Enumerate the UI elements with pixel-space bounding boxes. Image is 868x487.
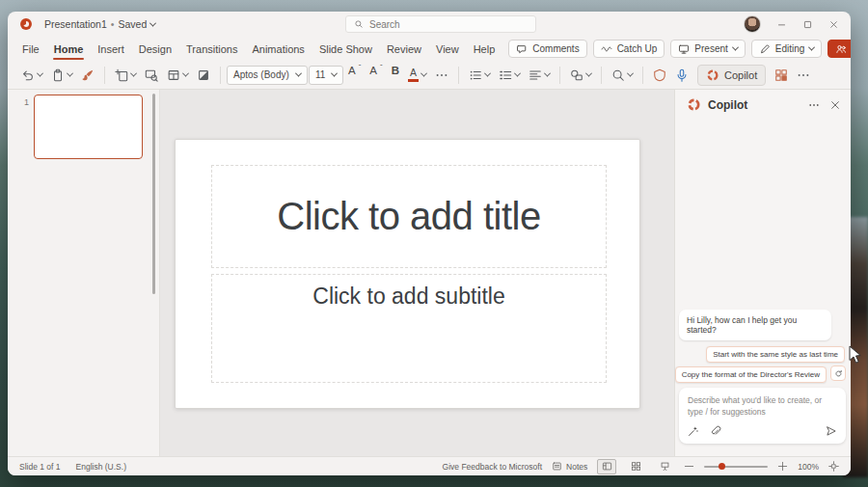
catch-up-button[interactable]: Catch Up xyxy=(593,40,665,58)
language-button[interactable]: English (U.S.) xyxy=(76,462,126,472)
present-icon xyxy=(678,43,690,55)
send-icon[interactable] xyxy=(826,425,837,437)
clipboard-icon xyxy=(51,68,65,82)
copilot-header: Copilot xyxy=(675,90,851,112)
fit-slide-button[interactable] xyxy=(828,461,839,472)
tab-home[interactable]: Home xyxy=(53,41,85,58)
present-button[interactable]: Present xyxy=(670,40,745,58)
saved-status: Saved xyxy=(118,18,147,30)
title-placeholder[interactable]: Click to add title xyxy=(211,165,607,268)
format-painter-button[interactable] xyxy=(77,65,98,86)
main-area: 1 Click to add title Click to add subtit… xyxy=(8,90,851,456)
numbering-button[interactable] xyxy=(495,65,524,86)
reuse-slides-icon xyxy=(145,68,158,82)
tab-insert[interactable]: Insert xyxy=(96,41,125,58)
bullets-button[interactable] xyxy=(465,65,494,86)
maximize-button[interactable] xyxy=(802,19,813,30)
normal-view-button[interactable] xyxy=(597,459,616,474)
designer-button[interactable] xyxy=(771,65,792,86)
paperclip-icon[interactable] xyxy=(710,425,721,437)
editing-mode-button[interactable]: Editing xyxy=(751,40,823,58)
bold-button[interactable]: B xyxy=(388,65,403,86)
tab-transitions[interactable]: Transitions xyxy=(185,41,238,58)
editor-canvas: Click to add title Click to add subtitle xyxy=(160,90,674,456)
shape-fill-button[interactable] xyxy=(193,65,214,86)
sensitivity-shield-icon xyxy=(653,68,666,82)
slide-thumbnail-panel: 1 xyxy=(8,90,160,456)
caret-down-icon: ˇ xyxy=(380,63,383,71)
tab-design[interactable]: Design xyxy=(138,41,173,58)
more-options-icon[interactable] xyxy=(808,99,820,111)
suggestion-chip[interactable]: Copy the format of the Director's Review xyxy=(675,366,827,383)
tab-animations[interactable]: Animations xyxy=(251,41,305,58)
increase-font-size-button[interactable]: A ˆ xyxy=(344,65,365,86)
sensitivity-button[interactable] xyxy=(649,65,670,86)
feedback-button[interactable]: Give Feedback to Microsoft xyxy=(443,462,542,472)
minimize-button[interactable] xyxy=(776,19,787,30)
bold-icon: B xyxy=(392,65,399,76)
comments-label: Comments xyxy=(532,43,579,54)
zoom-out-button[interactable] xyxy=(684,461,694,472)
font-color-button[interactable]: A xyxy=(404,65,430,86)
ellipsis-icon xyxy=(435,68,448,82)
prompt-wand-icon[interactable] xyxy=(688,425,699,437)
slide-show-view-button[interactable] xyxy=(655,459,674,474)
font-color-icon: A xyxy=(408,68,419,82)
copilot-greeting-message: Hi Lilly, how can I help get you started… xyxy=(679,310,831,340)
present-label: Present xyxy=(694,43,727,54)
prompt-placeholder: Describe what you'd like to create, or t… xyxy=(688,395,837,419)
user-avatar[interactable] xyxy=(744,15,761,33)
find-button[interactable] xyxy=(608,65,637,86)
layout-button[interactable] xyxy=(163,65,192,86)
close-button[interactable] xyxy=(828,19,839,30)
zoom-slider[interactable] xyxy=(704,466,768,468)
share-button[interactable]: Share xyxy=(827,40,851,58)
title-bar: Presentation1 • Saved Search xyxy=(8,12,851,37)
comments-button[interactable]: Comments xyxy=(508,40,586,58)
slide-show-icon xyxy=(660,461,670,472)
maximize-icon xyxy=(802,19,813,30)
divider xyxy=(220,67,221,84)
zoom-in-button[interactable] xyxy=(777,461,788,472)
tab-view[interactable]: View xyxy=(435,41,460,58)
slide-thumbnail[interactable] xyxy=(34,95,143,159)
caret-up-icon: ˆ xyxy=(359,63,362,71)
slide-sorter-view-button[interactable] xyxy=(626,459,645,474)
paste-button[interactable] xyxy=(47,65,76,86)
font-color-bar xyxy=(408,79,419,82)
undo-button[interactable] xyxy=(17,65,46,86)
subtitle-placeholder[interactable]: Click to add subtitle xyxy=(211,274,607,383)
search-input[interactable]: Search xyxy=(345,15,536,33)
document-title[interactable]: Presentation1 • Saved xyxy=(44,18,155,30)
align-button[interactable] xyxy=(525,65,554,86)
more-font-options-button[interactable] xyxy=(431,65,452,86)
dictate-button[interactable] xyxy=(671,65,692,86)
refresh-suggestions-button[interactable] xyxy=(830,365,846,381)
new-slide-button[interactable] xyxy=(111,65,140,86)
font-name-select[interactable]: Aptos (Body) xyxy=(227,66,308,85)
decrease-font-size-button[interactable]: A ˇ xyxy=(366,65,386,86)
ribbon-more-button[interactable] xyxy=(793,65,814,86)
suggestion-chip[interactable]: Start with the same style as last time xyxy=(706,346,845,363)
font-size-select[interactable]: 11 xyxy=(309,66,343,85)
zoom-level[interactable]: 100% xyxy=(798,462,819,472)
shapes-button[interactable] xyxy=(566,65,595,86)
zoom-slider-handle[interactable] xyxy=(719,463,725,470)
reuse-slides-button[interactable] xyxy=(141,65,162,86)
chevron-down-icon xyxy=(37,70,43,77)
tab-review[interactable]: Review xyxy=(386,41,422,58)
tab-help[interactable]: Help xyxy=(473,41,497,58)
fit-to-window-icon xyxy=(828,461,839,472)
copilot-prompt-input[interactable]: Describe what you'd like to create, or t… xyxy=(679,388,846,444)
document-name: Presentation1 xyxy=(44,18,107,30)
catch-up-label: Catch Up xyxy=(617,43,658,54)
divider xyxy=(642,67,643,84)
thumbnail-scrollbar[interactable] xyxy=(152,94,155,294)
notes-button[interactable]: Notes xyxy=(552,461,587,472)
tab-file[interactable]: File xyxy=(21,41,41,58)
tab-slide-show[interactable]: Slide Show xyxy=(318,41,373,58)
close-panel-icon[interactable] xyxy=(829,99,841,111)
paintbrush-icon xyxy=(81,68,95,82)
copilot-button[interactable]: Copilot xyxy=(697,65,766,86)
numbered-list-icon xyxy=(499,68,512,82)
